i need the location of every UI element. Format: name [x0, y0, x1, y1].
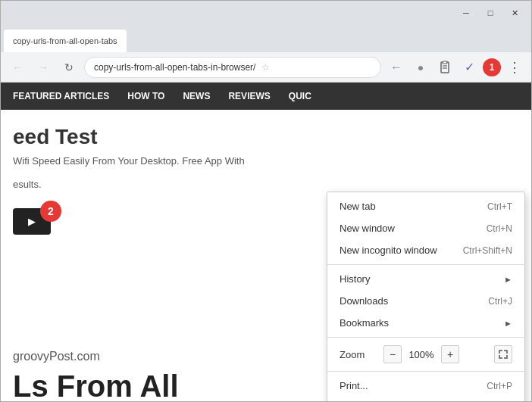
menu-incognito-label: New incognito window [340, 245, 437, 256]
page-content: eed Test Wifi Speed Easily From Your Des… [1, 110, 531, 401]
address-bar[interactable]: copy-urls-from-all-open-tabs-in-browser/… [84, 57, 381, 78]
menu-zoom-row: Zoom − 100% + [327, 341, 524, 368]
step2-badge: 2 [40, 201, 61, 222]
back-button[interactable]: ← [7, 57, 28, 78]
menu-print-label: Print... [340, 380, 368, 391]
menu-new-tab[interactable]: New tab Ctrl+T [327, 195, 524, 217]
zoom-fullscreen-button[interactable] [494, 345, 512, 363]
zoom-minus-button[interactable]: − [383, 345, 402, 363]
menu-downloads-label: Downloads [340, 295, 388, 307]
active-tab[interactable]: copy-urls-from-all-open-tabs [4, 30, 127, 52]
nav-featured[interactable]: FEATURED ARTICLES [13, 91, 109, 101]
zoom-plus-button[interactable]: + [441, 345, 459, 363]
menu-history[interactable]: History ► [327, 268, 524, 290]
separator-2 [327, 337, 524, 338]
menu-new-window-label: New window [340, 223, 395, 234]
menu-new-window-shortcut: Ctrl+N [487, 223, 512, 234]
menu-incognito-shortcut: Ctrl+Shift+N [463, 245, 512, 256]
nav-icons: ← ● ✓ 1 ⋮ [386, 57, 525, 78]
separator-3 [327, 371, 524, 372]
title-bar-buttons: ─ □ ✕ [455, 5, 525, 20]
browser-window: ─ □ ✕ copy-urls-from-all-open-tabs ← → ↻… [0, 0, 532, 402]
history-arrow-icon: ► [504, 275, 512, 284]
reload-button[interactable]: ↻ [58, 57, 80, 78]
menu-incognito[interactable]: New incognito window Ctrl+Shift+N [327, 239, 524, 261]
menu-new-window[interactable]: New window Ctrl+N [327, 217, 524, 239]
star-icon[interactable]: ☆ [261, 62, 270, 73]
extension-icon-1[interactable]: ← [386, 57, 407, 78]
nav-quick[interactable]: QUIC [289, 91, 311, 101]
svg-rect-1 [443, 61, 447, 64]
menu-history-label: History [340, 273, 370, 285]
menu-bookmarks-label: Bookmarks [340, 317, 389, 329]
close-button[interactable]: ✕ [504, 5, 525, 20]
big-page-heading: Ls From All [13, 371, 179, 401]
menu-new-tab-shortcut: Ctrl+T [487, 201, 512, 212]
title-bar: ─ □ ✕ [1, 1, 531, 25]
context-menu: New tab Ctrl+T New window Ctrl+N New inc… [327, 192, 525, 401]
forward-button[interactable]: → [33, 57, 54, 78]
page-subtext1: Wifi Speed Easily From Your Desktop. Fre… [13, 155, 519, 167]
menu-cast[interactable]: Cast... [327, 397, 524, 401]
tab-label: copy-urls-from-all-open-tabs [13, 36, 117, 45]
nav-bar: ← → ↻ copy-urls-from-all-open-tabs-in-br… [1, 52, 531, 83]
step1-badge: 1 [483, 58, 501, 76]
menu-bookmarks[interactable]: Bookmarks ► [327, 312, 524, 334]
separator-1 [327, 264, 524, 265]
groovy-logo: groovyPost.com [13, 350, 100, 363]
address-text: copy-urls-from-all-open-tabs-in-browser/ [94, 62, 255, 73]
nav-howto[interactable]: HOW TO [127, 91, 164, 101]
page-heading: eed Test [13, 125, 519, 149]
extension-icon-3[interactable] [434, 57, 455, 78]
nav-reviews[interactable]: REVIEWS [228, 91, 270, 101]
page-nav: FEATURED ARTICLES HOW TO NEWS REVIEWS QU… [1, 83, 531, 110]
minimize-button[interactable]: ─ [455, 5, 477, 20]
extension-icon-2[interactable]: ● [410, 57, 431, 78]
page-subtext2: esults. [13, 179, 519, 190]
menu-downloads-shortcut: Ctrl+J [488, 296, 512, 307]
zoom-value: 100% [408, 349, 435, 360]
tab-bar: copy-urls-from-all-open-tabs [1, 25, 531, 52]
menu-button[interactable]: ⋮ [504, 57, 525, 78]
bookmarks-arrow-icon: ► [504, 319, 512, 328]
nav-news[interactable]: NEWS [183, 91, 210, 101]
play-icon: ▶ [28, 216, 36, 227]
extension-icon-4[interactable]: ✓ [458, 57, 480, 78]
menu-downloads[interactable]: Downloads Ctrl+J [327, 290, 524, 312]
menu-new-tab-label: New tab [340, 201, 376, 212]
play-button[interactable]: ▶ 2 [13, 208, 51, 235]
maximize-button[interactable]: □ [480, 5, 501, 20]
zoom-label: Zoom [340, 349, 377, 360]
menu-print-shortcut: Ctrl+P [487, 381, 512, 391]
menu-print[interactable]: Print... Ctrl+P [327, 375, 524, 397]
